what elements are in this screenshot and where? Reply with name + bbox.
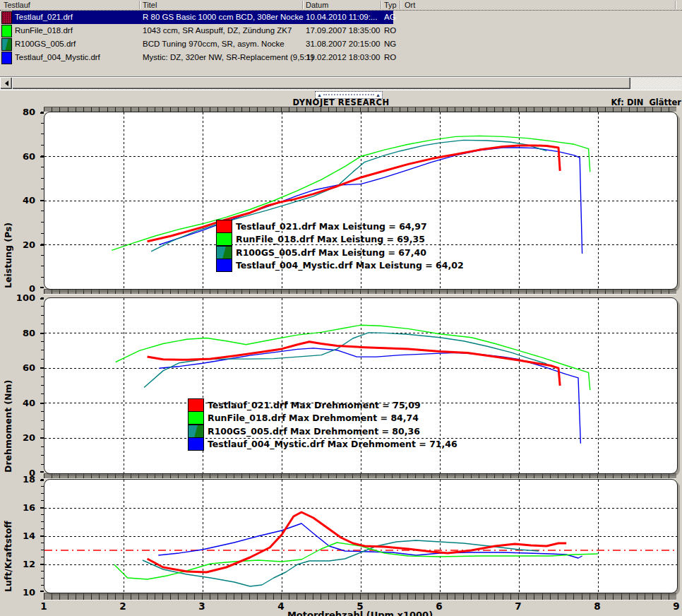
- horizontal-scrollbar[interactable]: [0, 76, 682, 90]
- legend-text: R100GS_005.drf Max Leistung = 67,40: [236, 247, 426, 258]
- legend-text: RunFile_018.drf Max Drehmoment = 84,74: [208, 413, 419, 423]
- slider-left-handle-icon[interactable]: ▲: [317, 93, 322, 97]
- y-minor-ticks: [41, 112, 44, 288]
- legend-text: Testlauf_021.drf Max Leistung = 64,97: [236, 221, 427, 232]
- run-date: 10.04.2010 11:09:...: [306, 12, 377, 23]
- legend-entry: Testlauf_021.drf Max Drehmoment = 75,09: [188, 398, 457, 412]
- run-file-name: R100GS_005.drf: [15, 39, 76, 49]
- y-tick-label: 12: [0, 559, 35, 569]
- legend-swatch-teal: [188, 425, 204, 438]
- y-minor-ticks: [41, 479, 44, 592]
- legend-entry: Testlauf_004_Mystic.drf Max Leistung = 6…: [216, 259, 464, 273]
- y-tick-label: 80: [0, 107, 35, 117]
- y-tick-label: 16: [0, 502, 35, 513]
- run-type: AG: [384, 12, 396, 23]
- column-divider[interactable]: [381, 1, 381, 9]
- legend-entry: R100GS_005.drf Max Drehmoment = 80,36: [188, 425, 457, 438]
- legend-entry: Testlauf_004_Mystic.drf Max Drehmoment =…: [188, 438, 457, 451]
- run-file-name: Testlauf_004_Mystic.drf: [15, 52, 100, 63]
- y-axis-label: Drehmoment (Nm): [3, 297, 13, 473]
- run-type: NG: [384, 39, 396, 49]
- column-divider[interactable]: [675, 1, 676, 9]
- chart-panel: Testlauf_021.drf Max Leistung = 64,97Run…: [44, 112, 678, 290]
- slider-track[interactable]: [323, 94, 374, 96]
- torque-chart: Drehmoment (Nm) Testlauf_021.drf Max Dre…: [0, 297, 682, 473]
- slider-right-handle-icon[interactable]: ▲: [376, 93, 381, 97]
- y-tick-label: 60: [0, 151, 35, 162]
- series-line-teal: [143, 540, 539, 586]
- column-divider[interactable]: [139, 1, 140, 9]
- run-file-name: Testlauf_021.drf: [15, 12, 73, 23]
- chart-panel: [44, 479, 678, 593]
- column-header-ort[interactable]: Ort: [405, 1, 415, 9]
- run-list-table: Testlauf Titel Datum Typ Ort Testlauf_02…: [0, 0, 682, 66]
- run-date: 31.08.2007 20:15:00: [306, 39, 381, 49]
- y-tick-label: 100: [0, 292, 35, 303]
- column-header-typ[interactable]: Typ: [384, 1, 397, 9]
- column-header-titel[interactable]: Titel: [143, 1, 157, 9]
- x-axis-label: Motordrehzahl (Upm x1000): [44, 610, 676, 616]
- table-row-selected[interactable]: Testlauf_021.drf R 80 GS Basic 1000 ccm …: [0, 11, 682, 24]
- legend-swatch-green: [216, 232, 232, 246]
- legend-swatch-red: [216, 220, 232, 233]
- run-date: 17.09.2007 18:35:00: [306, 25, 381, 36]
- series-line-green: [114, 543, 598, 579]
- legend-swatch-green: [188, 411, 204, 425]
- x-axis-tick-band: [44, 593, 676, 600]
- run-title: R 80 GS Basic 1000 ccm BCD, 308er Nocke: [143, 12, 304, 23]
- page-title: DYNOJET RESEARCH: [0, 97, 682, 107]
- legend-text: Testlauf_004_Mystic.drf Max Drehmoment =…: [208, 439, 457, 449]
- y-tick-label: 80: [0, 328, 35, 338]
- correction-mode-label: Kf: DIN Glätter: [611, 97, 681, 107]
- axis-tick-band: [44, 289, 676, 295]
- afr-chart: Luft/Kraftstoff 1012141618: [0, 479, 682, 592]
- legend-entry: RunFile_018.drf Max Leistung = 69,35: [216, 233, 464, 247]
- y-tick-label: 18: [0, 474, 35, 485]
- chart-panel: Testlauf_021.drf Max Drehmoment = 75,09R…: [44, 297, 678, 474]
- column-divider[interactable]: [400, 1, 400, 9]
- run-type: RO: [384, 25, 396, 36]
- run-color-swatch-maroon: [1, 11, 12, 24]
- run-color-swatch-teal: [1, 38, 12, 51]
- chart-legend: Testlauf_021.drf Max Drehmoment = 75,09R…: [188, 398, 457, 451]
- scrollbar-thumb[interactable]: [12, 77, 630, 89]
- column-divider[interactable]: [302, 1, 303, 9]
- y-tick-label: 14: [0, 531, 35, 541]
- scroll-left-button[interactable]: [0, 77, 12, 89]
- legend-entry: RunFile_018.drf Max Drehmoment = 84,74: [188, 412, 457, 425]
- y-tick-label: 40: [0, 195, 35, 206]
- series-line-red: [148, 512, 567, 572]
- column-header-datum[interactable]: Datum: [306, 1, 328, 9]
- legend-text: RunFile_018.drf Max Leistung = 69,35: [236, 234, 425, 244]
- y-minor-ticks: [41, 297, 44, 473]
- chart-svg: [44, 480, 677, 593]
- y-tick-label: 40: [0, 398, 35, 408]
- legend-text: R100GS_005.drf Max Drehmoment = 80,36: [208, 426, 420, 437]
- table-row[interactable]: RunFile_018.drf 1043 ccm, SR Auspuff, DZ…: [0, 24, 682, 37]
- series-line-red: [148, 342, 561, 386]
- run-title: Mystic: DZ, 320er NW, SR-Replacement (9,…: [143, 52, 313, 63]
- left-arrow-icon: [2, 81, 8, 86]
- column-header-testlauf[interactable]: Testlauf: [4, 1, 30, 9]
- run-type: RO: [384, 52, 396, 63]
- run-title: BCD Tuning 970ccm, SR, asym. Nocke: [143, 39, 285, 49]
- table-row[interactable]: Testlauf_004_Mystic.drf Mystic: DZ, 320e…: [0, 51, 682, 64]
- legend-text: Testlauf_004_Mystic.drf Max Leistung = 6…: [236, 260, 464, 271]
- run-file-name: RunFile_018.drf: [15, 25, 73, 36]
- chart-titlebar: DYNOJET RESEARCH Kf: DIN Glätter: [0, 97, 682, 107]
- legend-text: Testlauf_021.drf Max Drehmoment = 75,09: [208, 400, 421, 410]
- y-tick-label: 60: [0, 362, 35, 373]
- run-list-header: Testlauf Titel Datum Typ Ort: [0, 0, 682, 11]
- run-color-swatch-green: [1, 25, 12, 37]
- run-color-swatch-blue: [1, 52, 12, 64]
- legend-swatch-blue: [216, 259, 232, 272]
- y-tick-label: 20: [0, 239, 35, 250]
- run-date: 19.02.2012 18:03:00: [306, 52, 381, 63]
- table-row[interactable]: R100GS_005.drf BCD Tuning 970ccm, SR, as…: [0, 37, 682, 51]
- chart-legend: Testlauf_021.drf Max Leistung = 64,97Run…: [216, 220, 464, 272]
- run-title: 1043 ccm, SR Auspuff, DZ, Zündung ZK7: [143, 25, 292, 36]
- dyno-app-window: Testlauf Titel Datum Typ Ort Testlauf_02…: [0, 0, 682, 616]
- legend-entry: Testlauf_021.drf Max Leistung = 64,97: [216, 220, 464, 233]
- y-tick-label: 10: [0, 587, 35, 598]
- y-tick-label: 20: [0, 432, 35, 443]
